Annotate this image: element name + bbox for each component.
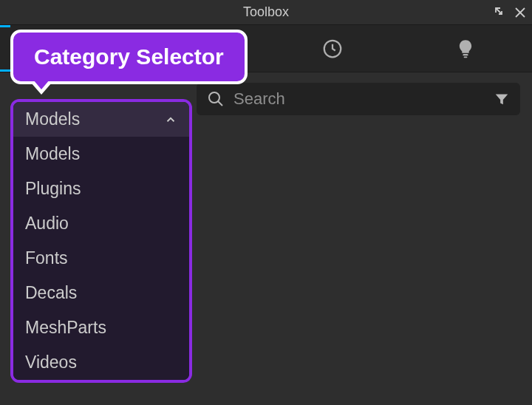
dropdown-item-videos[interactable]: Videos <box>13 345 189 380</box>
callout-text: Category Selector <box>10 30 248 84</box>
clock-icon <box>321 38 344 60</box>
dropdown-list: Models Plugins Audio Fonts Decals MeshPa… <box>13 137 189 380</box>
dropdown-item-models[interactable]: Models <box>13 137 189 171</box>
svg-rect-6 <box>464 56 468 58</box>
category-dropdown[interactable]: Models Models Plugins Audio Fonts Decals… <box>10 99 192 383</box>
callout-label: Category Selector <box>10 30 248 84</box>
chevron-up-icon <box>164 113 177 126</box>
accent-line <box>0 25 10 27</box>
close-icon[interactable] <box>514 7 526 18</box>
window-title: Toolbox <box>243 4 289 20</box>
tab-creations[interactable] <box>399 25 532 72</box>
filter-icon[interactable] <box>494 91 510 107</box>
titlebar-controls <box>494 6 526 19</box>
dropdown-selected-label: Models <box>25 109 80 129</box>
dropdown-item-decals[interactable]: Decals <box>13 276 189 310</box>
dock-icon[interactable] <box>494 6 507 19</box>
titlebar: Toolbox <box>0 0 532 25</box>
svg-rect-5 <box>463 54 468 55</box>
search-input[interactable]: Search <box>233 89 485 109</box>
svg-line-0 <box>496 8 502 14</box>
dropdown-item-plugins[interactable]: Plugins <box>13 171 189 206</box>
search-icon <box>207 90 225 108</box>
bulb-icon <box>455 38 476 59</box>
dropdown-item-audio[interactable]: Audio <box>13 206 189 241</box>
svg-point-7 <box>209 92 219 103</box>
search-box[interactable]: Search <box>197 83 520 115</box>
dropdown-selected[interactable]: Models <box>13 102 189 137</box>
dropdown-item-fonts[interactable]: Fonts <box>13 241 189 276</box>
tab-recent[interactable] <box>266 25 399 72</box>
svg-line-8 <box>218 101 222 106</box>
dropdown-item-meshparts[interactable]: MeshParts <box>13 310 189 345</box>
